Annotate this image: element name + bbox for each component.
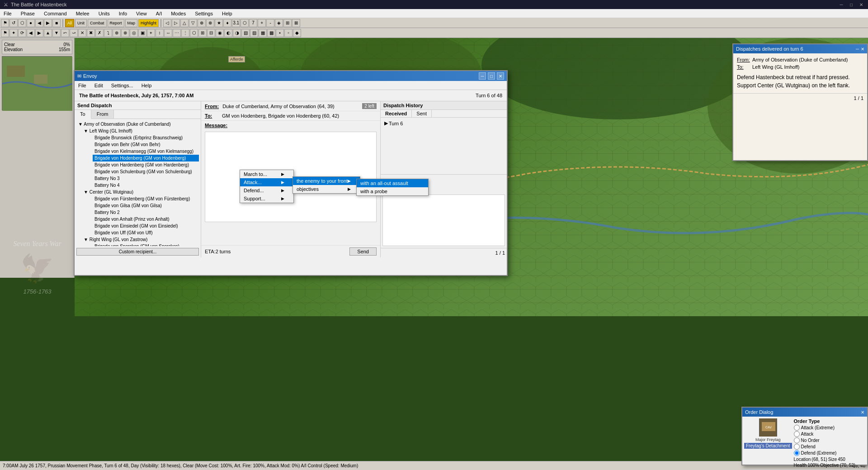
- menu-help[interactable]: Help: [220, 10, 234, 17]
- tb2-btn-28[interactable]: ◑: [233, 29, 241, 37]
- tab-sent[interactable]: Sent: [412, 110, 432, 117]
- tb2-btn-22[interactable]: ⋮: [181, 29, 189, 37]
- envoy-menu-settings[interactable]: Settings...: [109, 82, 135, 89]
- radio-defend-input[interactable]: [794, 444, 800, 450]
- tree-brigade-hardenberg[interactable]: Brigade von Hardenberg (GM von Hardenber…: [93, 161, 199, 168]
- order-close-button[interactable]: ✕: [861, 410, 864, 415]
- ctx-support[interactable]: Support... ▶: [240, 195, 293, 203]
- tree-brigade-uff[interactable]: Brigade von Uff (GM von Uff): [93, 229, 199, 236]
- toolbar-icon-p[interactable]: ⊠: [292, 19, 300, 27]
- tb2-btn-6[interactable]: ▲: [44, 29, 52, 37]
- tree-army-observation[interactable]: ▼ Army of Observation (Duke of Cumberlan…: [76, 121, 199, 128]
- tb2-btn-29[interactable]: ▧: [241, 29, 250, 37]
- mini-map[interactable]: [2, 56, 72, 110]
- minimize-button[interactable]: ─: [838, 1, 844, 8]
- tb2-btn-19[interactable]: ↕: [156, 29, 164, 37]
- toolbar-icon-b[interactable]: ▷: [172, 19, 180, 27]
- tb2-btn-16[interactable]: ◎: [130, 29, 138, 37]
- tb2-btn-25[interactable]: ⊟: [207, 29, 215, 37]
- toolbar-icon-k[interactable]: 7: [249, 19, 257, 27]
- radio-defend-extreme-input[interactable]: [794, 450, 800, 456]
- envoy-close-button[interactable]: ✕: [497, 72, 504, 80]
- maximize-button[interactable]: □: [848, 1, 854, 8]
- radio-attack-extreme[interactable]: Attack (Extreme): [794, 425, 865, 431]
- tb2-btn-2[interactable]: ✦: [9, 29, 18, 37]
- tb2-btn-3[interactable]: ⟳: [18, 29, 26, 37]
- tb2-btn-27[interactable]: ◐: [224, 29, 232, 37]
- tree-brigade-hodenberg[interactable]: Brigade von Hodenberg (GM von Hodenberg): [93, 155, 199, 161]
- tb2-btn-20[interactable]: ↔: [164, 29, 172, 37]
- tb2-btn-30[interactable]: ▨: [250, 29, 258, 37]
- radio-attack-extreme-input[interactable]: [794, 425, 800, 431]
- btn-map[interactable]: Map: [125, 19, 138, 27]
- radio-attack[interactable]: Attack: [794, 431, 865, 437]
- toolbar-icon-g[interactable]: ★: [215, 19, 223, 27]
- tb2-btn-9[interactable]: ⤻: [70, 29, 78, 37]
- envoy-menu-help[interactable]: Help: [140, 82, 154, 89]
- radio-defend-extreme[interactable]: Defend (Extreme): [794, 450, 865, 456]
- menu-modes[interactable]: Modes: [169, 10, 188, 17]
- tb2-btn-24[interactable]: ⊞: [198, 29, 207, 37]
- ctx-march-to[interactable]: March to... ▶: [240, 170, 293, 178]
- tb2-btn-13[interactable]: ⤵: [104, 29, 112, 37]
- tb2-btn-17[interactable]: ▣: [138, 29, 146, 37]
- toolbar-icon-c[interactable]: △: [180, 19, 189, 27]
- btn-all[interactable]: All: [65, 19, 74, 27]
- menu-phase[interactable]: Phase: [19, 10, 37, 17]
- menu-melee[interactable]: Melee: [74, 10, 91, 17]
- send-button[interactable]: Send: [349, 247, 377, 256]
- radio-attack-input[interactable]: [794, 431, 800, 437]
- toolbar-icon-i[interactable]: 3.1: [232, 19, 240, 27]
- btn-highlight[interactable]: Highlight: [138, 19, 159, 27]
- ctx-enemy-front[interactable]: the enemy to your front ▶: [293, 177, 360, 185]
- dispatches-close-button[interactable]: ✕: [861, 47, 864, 52]
- tree-brigade-behr[interactable]: Brigade von Behr (GM von Behr): [93, 141, 199, 148]
- tb2-btn-23[interactable]: ⬡: [190, 29, 198, 37]
- tree-brigade-kielmansegg[interactable]: Brigade von Kielmansegg (GM von Kielmans…: [93, 148, 199, 155]
- ctx-probe[interactable]: with a probe: [357, 187, 428, 195]
- ctx-defend[interactable]: Defend... ▶: [240, 186, 293, 195]
- toolbar-btn-2[interactable]: ↺: [9, 19, 18, 27]
- tb2-btn-26[interactable]: ◉: [216, 29, 224, 37]
- radio-defend[interactable]: Defend: [794, 444, 865, 450]
- tree-left-wing[interactable]: ▼ Left Wing (GL Imhoff): [82, 128, 199, 134]
- envoy-maximize-button[interactable]: □: [488, 72, 495, 80]
- toolbar-btn-6[interactable]: ▶: [44, 19, 52, 27]
- close-button[interactable]: ✕: [858, 1, 864, 8]
- toolbar-btn-1[interactable]: ⚑: [1, 19, 9, 27]
- tb2-btn-34[interactable]: ▫: [284, 29, 292, 37]
- toolbar-icon-d[interactable]: ▽: [189, 19, 197, 27]
- custom-recipient-button[interactable]: Custom recipient...: [76, 248, 199, 256]
- radio-no-order[interactable]: No Order: [794, 437, 865, 443]
- tree-brigade-einsiedel[interactable]: Brigade von Einsiedel (GM von Einsiedel): [93, 223, 199, 229]
- toolbar-btn-5[interactable]: ◀: [35, 19, 43, 27]
- tb2-btn-7[interactable]: ▼: [52, 29, 61, 37]
- tree-battery-2[interactable]: Battery No 2: [93, 209, 199, 216]
- tree-battery-3[interactable]: Battery No 3: [93, 175, 199, 182]
- tb2-btn-21[interactable]: ⋯: [173, 29, 181, 37]
- ctx-objectives[interactable]: objectives ▶: [293, 185, 360, 193]
- tb2-btn-8[interactable]: ⤺: [61, 29, 69, 37]
- toolbar-icon-e[interactable]: ⊕: [198, 19, 206, 27]
- tb2-btn-1[interactable]: ⚑: [1, 29, 9, 37]
- toolbar-icon-m[interactable]: -: [266, 19, 274, 27]
- tree-brigade-anhalt[interactable]: Brigade von Anhalt (Prinz von Anhalt): [93, 216, 199, 223]
- toolbar-icon-o[interactable]: ⊞: [283, 19, 292, 27]
- toolbar-icon-f[interactable]: ⊗: [206, 19, 214, 27]
- tree-brigade-gilsa[interactable]: Brigade von Gilsa (GM von Gilsa): [93, 202, 199, 209]
- envoy-minimize-button[interactable]: ─: [479, 72, 486, 80]
- menu-command[interactable]: Command: [42, 10, 69, 17]
- order-unit-dropdown[interactable]: Freytag's Detachment: [744, 443, 792, 449]
- dispatches-min-button[interactable]: ─: [856, 47, 859, 52]
- tab-to[interactable]: To: [75, 110, 91, 119]
- tb2-btn-12[interactable]: ✗: [95, 29, 104, 37]
- toolbar-icon-j[interactable]: ⬡: [241, 19, 249, 27]
- tb2-btn-33[interactable]: ▪: [276, 29, 284, 37]
- envoy-menu-file[interactable]: File: [76, 82, 88, 89]
- btn-combat[interactable]: Combat: [88, 19, 107, 27]
- toolbar-icon-l[interactable]: +: [258, 19, 266, 27]
- btn-report[interactable]: Report: [108, 19, 124, 27]
- tb2-btn-18[interactable]: ⌖: [147, 29, 155, 37]
- tb2-btn-4[interactable]: ◀: [27, 29, 35, 37]
- tb2-btn-14[interactable]: ⊕: [113, 29, 121, 37]
